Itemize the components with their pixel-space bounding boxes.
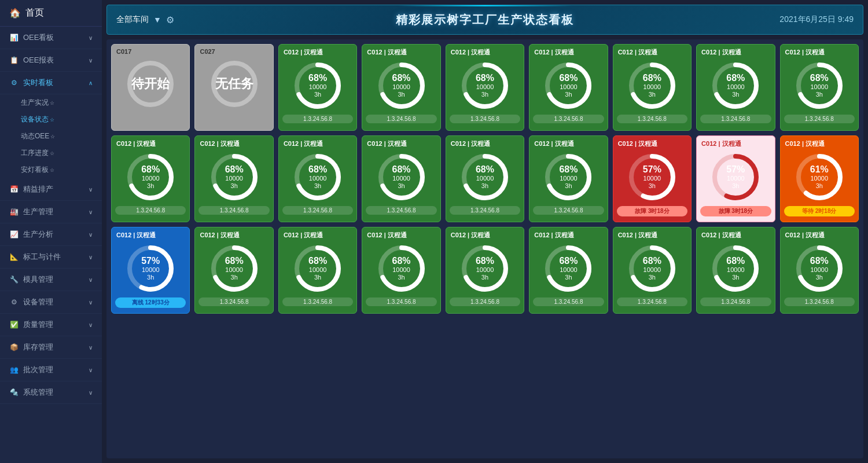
machine-card[interactable]: C012 | 汉程通 68% 10000 3h 1.3.24.56.8	[446, 227, 524, 314]
gauge-text: 68% 10000 3h	[392, 255, 411, 282]
machine-card[interactable]: C012 | 汉程通 68% 10000 3h 1.3.24.56.8	[194, 135, 273, 222]
machine-card[interactable]: C012 | 汉程通 57% 10000 3h 离线 12时33分	[111, 227, 190, 314]
card-ip: 1.3.24.56.8	[366, 115, 436, 123]
card-header: C012 | 汉程通	[700, 231, 771, 240]
card-ip: 1.3.24.56.8	[784, 115, 855, 123]
analysis-label: 生产分析	[23, 229, 53, 240]
machine-card[interactable]: C012 | 汉程通 57% 10000 3h 故障 3时18分	[613, 135, 692, 222]
card-ip: 1.3.24.56.8	[366, 297, 436, 306]
machine-card[interactable]: C012 | 汉程通 68% 10000 3h 1.3.24.56.8	[529, 44, 608, 131]
card-header: C012 | 汉程通	[450, 48, 520, 57]
sidebar-sub-dynamic-oee[interactable]: 动态OEE☆	[0, 128, 102, 145]
machine-card[interactable]: C012 | 汉程通 68% 10000 3h 1.3.24.56.8	[446, 44, 524, 131]
card-header: C017	[115, 48, 186, 55]
svg-point-1	[214, 63, 255, 105]
gauge-time: 3h	[726, 91, 745, 99]
gauge-time: 3h	[559, 274, 578, 282]
machine-card[interactable]: C012 | 汉程通 68% 10000 3h 1.3.24.56.8	[111, 135, 190, 222]
card-header: C012 | 汉程通	[198, 231, 269, 240]
gauge-time: 3h	[476, 274, 494, 282]
machine-card[interactable]: C012 | 汉程通 68% 10000 3h 1.3.24.56.8	[362, 44, 440, 131]
sidebar-sub-device-status[interactable]: 设备状态☆	[0, 111, 102, 128]
machine-card[interactable]: C012 | 汉程通 68% 10000 3h 1.3.24.56.8	[362, 135, 440, 222]
machine-card[interactable]: C027 无任务	[194, 44, 273, 131]
machine-card[interactable]: C012 | 汉程通 61% 10000 3h 等待 2时18分	[780, 135, 859, 222]
sidebar-item-scheduling[interactable]: 📅 精益排产 ∨	[0, 178, 102, 201]
card-header: C012 | 汉程通	[282, 48, 353, 57]
gauge-count: 10000	[643, 83, 661, 91]
machine-card[interactable]: C012 | 汉程通 68% 10000 3h 1.3.24.56.8	[278, 44, 357, 131]
card-ip: 1.3.24.56.8	[450, 206, 520, 215]
machine-card[interactable]: C017 待开始	[111, 44, 190, 131]
gauge-percent: 68%	[726, 72, 745, 83]
machine-card[interactable]: C012 | 汉程通 68% 10000 3h 1.3.24.56.8	[278, 227, 357, 314]
card-header: C027	[198, 48, 269, 55]
device-mgmt-label: 设备管理	[23, 297, 53, 307]
machine-card[interactable]: C012 | 汉程通 68% 10000 3h 1.3.24.56.8	[780, 44, 859, 131]
sidebar-item-oee-report[interactable]: 📋 OEE报表 ∨	[0, 49, 102, 72]
gauge-percent: 68%	[559, 255, 578, 266]
machine-card[interactable]: C012 | 汉程通 68% 10000 3h 1.3.24.56.8	[278, 135, 357, 222]
sidebar-sub-production-live[interactable]: 生产实况☆	[0, 94, 102, 111]
machine-card[interactable]: C012 | 汉程通 68% 10000 3h 1.3.24.56.8	[613, 227, 692, 314]
card-footer: 故障 3时18分	[700, 206, 771, 216]
sidebar-item-inventory[interactable]: 📦 库存管理 ∨	[0, 336, 102, 359]
sidebar-logo[interactable]: 🏠 首页	[0, 0, 102, 27]
sidebar-item-mold[interactable]: 🔧 模具管理 ∨	[0, 269, 102, 291]
machine-card[interactable]: C012 | 汉程通 68% 10000 3h 1.3.24.56.8	[362, 227, 440, 314]
machine-card[interactable]: C012 | 汉程通 68% 10000 3h 1.3.24.56.8	[696, 227, 775, 314]
sidebar-item-realtime[interactable]: ⚙ 实时看板 ∧	[0, 72, 102, 94]
sidebar-item-batch[interactable]: 👥 批次管理 ∨	[0, 359, 102, 381]
sidebar-item-device-mgmt[interactable]: ⚙ 设备管理 ∨	[0, 291, 102, 314]
gauge-container: 57% 10000 3h	[627, 152, 678, 203]
card-header: C012 | 汉程通	[282, 139, 353, 148]
card-header: C012 | 汉程通	[533, 48, 604, 57]
gauge-container: 68% 10000 3h	[459, 243, 510, 294]
gauge-percent: 57%	[643, 164, 661, 175]
chevron-icon: ∨	[89, 299, 93, 306]
gauge-text: 68% 10000 3h	[810, 72, 829, 99]
chevron-icon: ∨	[89, 254, 93, 260]
chevron-icon: ∨	[89, 186, 93, 193]
gauge-count: 10000	[726, 83, 745, 91]
machine-card[interactable]: C012 | 汉程通 68% 10000 3h 1.3.24.56.8	[613, 44, 692, 131]
machine-card[interactable]: C012 | 汉程通 68% 10000 3h 1.3.24.56.8	[529, 135, 608, 222]
gauge-container: 68% 10000 3h	[794, 243, 845, 294]
gauge-percent: 68%	[392, 164, 411, 175]
sidebar-item-system[interactable]: 🔩 系统管理 ∨	[0, 381, 102, 404]
chevron-icon: ∨	[89, 35, 93, 41]
card-ip: 1.3.24.56.8	[533, 115, 604, 123]
sidebar-item-marking[interactable]: 📐 标工与计件 ∨	[0, 246, 102, 269]
gauge-container: 68% 10000 3h	[292, 243, 343, 294]
batch-icon: 👥	[9, 365, 19, 374]
settings-icon[interactable]: ⚙	[166, 14, 174, 25]
machine-card[interactable]: C012 | 汉程通 68% 10000 3h 1.3.24.56.8	[194, 227, 273, 314]
chevron-icon: ∨	[89, 232, 93, 238]
status-gauge-svg	[209, 58, 260, 109]
gauge-container: 68% 10000 3h	[292, 152, 343, 203]
header-datetime: 2021年6月25日 9:49	[761, 14, 854, 25]
machine-card[interactable]: C012 | 汉程通 68% 10000 3h 1.3.24.56.8	[529, 227, 608, 314]
machine-card[interactable]: C012 | 汉程通 68% 10000 3h 1.3.24.56.8	[446, 135, 524, 222]
gauge-count: 10000	[643, 175, 661, 182]
gauge-count: 10000	[392, 266, 411, 274]
gauge-count: 10000	[308, 266, 327, 274]
sidebar-sub-process-progress[interactable]: 工序进度☆	[0, 145, 102, 161]
sidebar-item-quality[interactable]: ✅ 质量管理 ∨	[0, 314, 102, 336]
machine-card[interactable]: C012 | 汉程通 57% 10000 3h 故障 3时18分	[696, 135, 775, 222]
gauge-count: 10000	[392, 175, 411, 182]
gauge-time: 3h	[392, 183, 411, 190]
sidebar-sub-andon[interactable]: 安灯看板☆	[0, 161, 102, 178]
sidebar-item-analysis[interactable]: 📈 生产分析 ∨	[0, 223, 102, 246]
card-header: C012 | 汉程通	[700, 139, 771, 148]
sidebar-item-oee-board[interactable]: 📊 OEE看板 ∨	[0, 27, 102, 49]
gauge-time: 3h	[643, 274, 661, 282]
sidebar-item-prod-mgmt[interactable]: 🏭 生产管理 ∨	[0, 201, 102, 223]
card-header: C012 | 汉程通	[115, 139, 186, 148]
status-gauge-svg	[125, 58, 176, 109]
dropdown-icon[interactable]: ▼	[153, 15, 161, 24]
system-label: 系统管理	[23, 387, 53, 398]
machine-card[interactable]: C012 | 汉程通 68% 10000 3h 1.3.24.56.8	[780, 227, 859, 314]
status-container: 待开始	[125, 58, 176, 109]
machine-card[interactable]: C012 | 汉程通 68% 10000 3h 1.3.24.56.8	[696, 44, 775, 131]
